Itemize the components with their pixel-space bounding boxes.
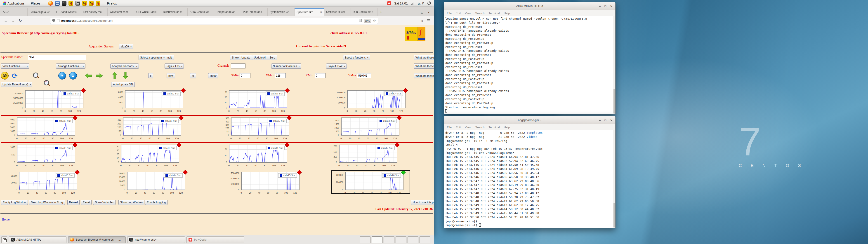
- screenshot-launcher-icon[interactable]: [75, 1, 80, 6]
- midas-launcher-icon[interactable]: [68, 1, 73, 6]
- spectrum-plot-aida16[interactable]: 0200000400000020406080100120aida16 Stat: [325, 170, 433, 197]
- view-functions-dropdown[interactable]: View functions▾: [1, 63, 29, 69]
- refresh-icon-button[interactable]: ⟳: [11, 72, 19, 80]
- terminal-menu-edit[interactable]: Edit: [454, 11, 462, 16]
- arrange-functions-dropdown[interactable]: Arrange functions▾: [56, 63, 86, 69]
- volume-muted-icon[interactable]: 🔈✗: [418, 2, 424, 5]
- update-all-button[interactable]: Update All: [252, 55, 268, 60]
- terminal-maximize-button[interactable]: □: [604, 119, 606, 122]
- home-link[interactable]: Home: [2, 218, 9, 221]
- spectrum-plot-aida12[interactable]: 0250500750020406080100120aida12 Stat: [325, 142, 433, 170]
- browser-tab-13[interactable]: Statistics @ car: [324, 8, 351, 16]
- tags-fits-dropdown[interactable]: Tags & Fits▾: [164, 63, 184, 69]
- log-button-enable-logging[interactable]: Enable Logging: [145, 200, 167, 205]
- bookmark-star-icon[interactable]: ☆: [373, 19, 376, 23]
- browser-tab-6[interactable]: GSI White Rabbi: [134, 8, 161, 16]
- workspace-5[interactable]: [408, 236, 418, 243]
- what-are-these-button-2[interactable]: What are these?: [414, 63, 434, 69]
- layout-id-dropdown[interactable]: Layout ID=2▾: [326, 63, 347, 69]
- log-button-empty-log-window[interactable]: Empty Log Window: [1, 200, 28, 205]
- terminal-close-button[interactable]: ✕: [610, 4, 613, 8]
- log-button-send-log-window-to-elog[interactable]: Send Log Window to ELog: [29, 200, 65, 205]
- log-button-reload[interactable]: Reload: [67, 200, 80, 205]
- acquisition-server-select[interactable]: aida09▾: [119, 44, 133, 49]
- spectrum-plot-aida14[interactable]: 05000100001500020000020406080100120aida1…: [109, 170, 217, 197]
- how-to-use-button[interactable]: How to use this page: [411, 200, 434, 205]
- back-button[interactable]: ←: [2, 19, 9, 23]
- clock[interactable]: Sat 17:01: [394, 2, 408, 5]
- browser-tab-11[interactable]: System wide Ch: [268, 8, 294, 16]
- browser-tab-4[interactable]: Lost activity mo: [81, 8, 107, 16]
- what-are-these-button-3[interactable]: What are these?: [414, 73, 434, 79]
- url-bar[interactable]: localhost:8015/Spectrum/Spectrum.tml 80%…: [50, 18, 378, 24]
- terminal-menu-file[interactable]: File: [445, 125, 453, 129]
- x-button[interactable]: x: [148, 73, 153, 79]
- all-button[interactable]: all: [190, 73, 196, 79]
- spectrum-plot-aida08[interactable]: 0500100015002000020406080100120aida08 St…: [325, 115, 433, 143]
- xmax-input[interactable]: 128: [275, 73, 286, 78]
- spectrum-plot-aida01[interactable]: 0250000005000000075000000020406080100120…: [1, 88, 109, 116]
- new-button[interactable]: new: [166, 73, 175, 79]
- taskbar-item-4[interactable]: [AnyDesk]: [186, 236, 244, 243]
- zoom-level-badge[interactable]: 80%: [364, 19, 371, 23]
- browser-tab-10[interactable]: Plot Temperatur: [241, 8, 268, 16]
- log-button-show-variables[interactable]: Show Variables: [93, 200, 116, 205]
- browser-tab-9[interactable]: Temperature an: [214, 8, 241, 16]
- ymax-input[interactable]: 569705: [357, 73, 371, 78]
- terminal-launcher-icon[interactable]: [62, 1, 66, 6]
- workspace-1[interactable]: [360, 236, 370, 243]
- tab-close-icon[interactable]: ×: [320, 10, 322, 14]
- analysis-functions-dropdown[interactable]: Analysis functions▾: [110, 63, 139, 69]
- channel-input[interactable]: [231, 63, 246, 68]
- log-button-show-log-window[interactable]: Show Log Window: [119, 200, 145, 205]
- auto-update-button[interactable]: Auto Update ON: [111, 82, 135, 87]
- power-icon[interactable]: [428, 2, 431, 5]
- browser-tab-5[interactable]: Waveform captu: [107, 8, 134, 16]
- what-are-these-button-1[interactable]: What are these?: [414, 55, 434, 60]
- workspace-6[interactable]: [420, 236, 430, 243]
- spectrum-plot-aida06[interactable]: 0100200300400020406080100120aida06 Stat: [109, 115, 217, 143]
- terminal-minimize-button[interactable]: –: [599, 119, 600, 122]
- terminal-scrollbar[interactable]: [613, 16, 615, 114]
- midas-launcher-icon[interactable]: [82, 1, 87, 6]
- terminal-scrollbar[interactable]: [613, 130, 615, 228]
- forward-button[interactable]: →: [9, 19, 17, 23]
- spectrum-plot-aida05[interactable]: 01000200030004000020406080100120aida05 S…: [1, 115, 109, 143]
- taskbar-item-1[interactable]: AIDA MIDAS HTTPd: [9, 236, 66, 243]
- midas-launcher-icon[interactable]: [96, 1, 100, 6]
- window-maximize-button[interactable]: □: [421, 11, 423, 14]
- browser-tab-3[interactable]: LED and Wavefo: [54, 8, 81, 16]
- browser-tab-7[interactable]: Discriminator co: [161, 8, 188, 16]
- workspace-4[interactable]: [396, 236, 406, 243]
- terminal-menu-help[interactable]: Help: [502, 125, 512, 129]
- browser-tab-12[interactable]: Spectrum Bro×: [294, 8, 324, 16]
- applications-menu[interactable]: Applications: [0, 0, 27, 7]
- terminal-menu-view[interactable]: View: [463, 125, 473, 129]
- browser-tab-8[interactable]: ASIC Control @: [188, 8, 214, 16]
- terminal-close-button[interactable]: ✕: [610, 119, 613, 122]
- terminal-menu-edit[interactable]: Edit: [454, 125, 462, 129]
- spectrum-plot-aida03[interactable]: 0102030020406080100120aida03 Stat: [217, 88, 325, 116]
- pan-left-icon-button[interactable]: [85, 72, 92, 80]
- window-minimize-button[interactable]: –: [415, 11, 416, 14]
- pan-right-icon-button[interactable]: [95, 72, 103, 80]
- pan-up-icon-button[interactable]: [111, 72, 119, 80]
- menu-hamburger-icon[interactable]: [427, 20, 430, 22]
- terminal-menu-terminal[interactable]: Terminal: [487, 125, 501, 129]
- number-of-galleries-dropdown[interactable]: Number of Galleries▾: [271, 63, 301, 69]
- multi-button[interactable]: multi: [165, 55, 174, 60]
- scale-down-icon-button[interactable]: ▼: [58, 72, 66, 80]
- workspace-2[interactable]: [372, 236, 382, 243]
- terminal-menu-search[interactable]: Search: [473, 125, 486, 129]
- taskbar-item-3[interactable]: npg@carme-gsi:~: [127, 236, 185, 243]
- terminal-menu-file[interactable]: File: [445, 11, 453, 16]
- terminal-menu-view[interactable]: View: [463, 11, 473, 16]
- zero-button[interactable]: Zero: [268, 55, 277, 60]
- spectrum-plot-aida09[interactable]: 05001000020406080100120aida09 Stat: [1, 142, 109, 170]
- zoom-out-icon-button[interactable]: −: [43, 80, 51, 87]
- reload-button[interactable]: ↻: [17, 18, 24, 23]
- terminal-output[interactable]: drwxr-xr-x. 2 npg npg 6 Jan 30 2022 Temp…: [444, 130, 615, 228]
- spectrum-plot-aida13[interactable]: 02000040000020406080100120aida13 Stat: [1, 170, 109, 197]
- select-spectrum-dropdown[interactable]: Select a spectrum▾: [138, 55, 166, 60]
- terminal-title-bar[interactable]: AIDA MIDAS HTTPd – □ ✕: [444, 2, 615, 10]
